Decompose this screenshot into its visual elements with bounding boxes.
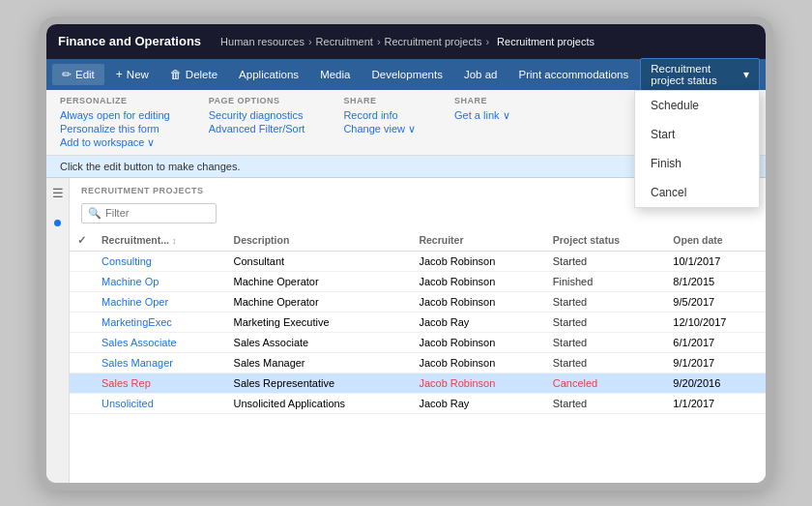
page-options-section: Page Options Security diagnostics Advanc… [209, 96, 305, 149]
breadcrumb: Human resources › Recruitment › Recruitm… [220, 36, 598, 47]
new-icon: + [116, 68, 123, 81]
breadcrumb-item-1[interactable]: Human resources [220, 36, 304, 47]
dropdown-item-finish[interactable]: Finish [635, 149, 759, 178]
row-status: Started [545, 332, 666, 352]
delete-button[interactable]: 🗑 Delete [160, 64, 227, 85]
job-ad-button[interactable]: Job ad [454, 65, 508, 84]
row-date: 9/20/2016 [665, 372, 766, 393]
row-recruiter: Jacob Robinson [411, 291, 544, 312]
row-recruiter: Jacob Robinson [411, 332, 544, 352]
row-name[interactable]: Machine Op [94, 271, 226, 291]
share-title: Share [343, 96, 416, 105]
row-check [70, 271, 94, 291]
breadcrumb-current: Recruitment projects [497, 36, 594, 47]
row-name[interactable]: Unsolicited [94, 393, 226, 413]
row-description: Unsolicited Applications [226, 393, 412, 413]
table-row[interactable]: Sales Rep Sales Representative Jacob Rob… [70, 372, 766, 393]
row-date: 8/1/2015 [665, 271, 766, 291]
table-header-row: ✓ Recruitment... ↕ Description Recruiter… [70, 229, 766, 252]
row-status: Started [545, 312, 666, 332]
command-bar: ✏ Edit + New 🗑 Delete Applications Media… [46, 59, 766, 90]
row-check [70, 352, 94, 372]
col-recruiter[interactable]: Recruiter [411, 229, 544, 252]
row-name[interactable]: Sales Associate [94, 332, 226, 352]
media-button[interactable]: Media [310, 65, 360, 84]
developments-button[interactable]: Developments [362, 65, 452, 84]
delete-icon: 🗑 [170, 68, 182, 81]
row-name[interactable]: Consulting [94, 251, 226, 271]
row-description: Sales Associate [226, 332, 412, 352]
breadcrumb-item-2[interactable]: Recruitment [316, 36, 373, 47]
row-date: 12/10/2017 [665, 312, 766, 332]
table-row[interactable]: Machine Oper Machine Operator Jacob Robi… [70, 291, 766, 312]
recruitment-table: ✓ Recruitment... ↕ Description Recruiter… [70, 229, 766, 414]
personalize-form-link[interactable]: Personalize this form [60, 123, 170, 134]
row-check [70, 251, 94, 271]
security-diagnostics-link[interactable]: Security diagnostics [209, 109, 305, 121]
record-info-link[interactable]: Record info [343, 109, 416, 121]
row-recruiter: Jacob Ray [411, 312, 544, 332]
row-description: Machine Operator [226, 291, 412, 312]
record-section: Share Get a link ∨ [454, 96, 510, 149]
row-name[interactable]: Machine Oper [94, 291, 226, 312]
table-row[interactable]: Sales Associate Sales Associate Jacob Ro… [70, 332, 766, 352]
table-row[interactable]: Sales Manager Sales Manager Jacob Robins… [70, 352, 766, 372]
change-view-link[interactable]: Change view ∨ [343, 123, 416, 135]
row-status: Started [545, 393, 666, 413]
row-recruiter: Jacob Robinson [411, 372, 544, 393]
table-row[interactable]: Machine Op Machine Operator Jacob Robins… [70, 271, 766, 291]
table-row[interactable]: Consulting Consultant Jacob Robinson Sta… [70, 251, 766, 271]
edit-button[interactable]: ✏ Edit [52, 64, 104, 85]
always-open-link[interactable]: Always open for editing [60, 109, 170, 121]
print-button[interactable]: Print accommodations [509, 65, 639, 84]
table-row[interactable]: MarketingExec Marketing Executive Jacob … [70, 312, 766, 332]
row-description: Sales Representative [226, 372, 412, 393]
col-date[interactable]: Open date [665, 229, 766, 252]
chevron-down-icon: ▾ [743, 68, 749, 81]
personalize-section: Personalize Always open for editing Pers… [60, 96, 170, 149]
recruitment-status-button[interactable]: Recruitment project status ▾ [640, 58, 760, 91]
top-nav-bar: Finance and Operations Human resources ›… [46, 24, 766, 59]
row-status: Started [545, 352, 666, 372]
dropdown-item-cancel[interactable]: Cancel [635, 178, 759, 207]
main-content: ☰ Recruitment Projects 🔍 ✓ Recruitment..… [46, 178, 766, 483]
dropdown-item-start[interactable]: Start [635, 120, 759, 149]
sidebar-dot [54, 220, 61, 226]
row-date: 10/1/2017 [665, 251, 766, 271]
row-name[interactable]: Sales Manager [94, 352, 226, 372]
applications-button[interactable]: Applications [229, 65, 308, 84]
row-status: Started [545, 291, 666, 312]
filter-panel-icon[interactable]: ☰ [52, 186, 64, 200]
filter-input[interactable] [105, 207, 210, 219]
advanced-filter-link[interactable]: Advanced Filter/Sort [209, 123, 305, 134]
row-description: Marketing Executive [226, 312, 412, 332]
row-description: Machine Operator [226, 271, 412, 291]
dropdown-item-schedule[interactable]: Schedule [635, 91, 759, 120]
row-recruiter: Jacob Robinson [411, 271, 544, 291]
col-status[interactable]: Project status [545, 229, 666, 252]
status-dropdown-menu: Schedule Start Finish Cancel [634, 90, 760, 208]
filter-input-wrapper: 🔍 [81, 203, 217, 223]
row-date: 6/1/2017 [665, 332, 766, 352]
share-label: Share [454, 96, 510, 105]
get-link-link[interactable]: Get a link ∨ [454, 109, 510, 122]
breadcrumb-item-3[interactable]: Recruitment projects [385, 36, 482, 47]
row-check [70, 312, 94, 332]
new-button[interactable]: + New [106, 64, 159, 85]
row-status: Canceled [545, 372, 666, 393]
col-recruitment[interactable]: Recruitment... ↕ [94, 229, 226, 252]
add-workspace-link[interactable]: Add to workspace ∨ [60, 136, 170, 149]
row-name[interactable]: MarketingExec [94, 312, 226, 332]
edit-icon: ✏ [62, 68, 72, 81]
sidebar: ☰ [46, 178, 70, 483]
col-description[interactable]: Description [226, 229, 412, 252]
row-recruiter: Jacob Robinson [411, 352, 544, 372]
row-recruiter: Jacob Ray [411, 393, 544, 413]
search-icon: 🔍 [88, 207, 102, 220]
row-description: Consultant [226, 251, 412, 271]
page-options-title: Page Options [209, 96, 305, 105]
table-row[interactable]: Unsolicited Unsolicited Applications Jac… [70, 393, 766, 413]
row-name[interactable]: Sales Rep [94, 372, 226, 393]
app-title: Finance and Operations [58, 34, 201, 48]
row-date: 9/1/2017 [665, 352, 766, 372]
